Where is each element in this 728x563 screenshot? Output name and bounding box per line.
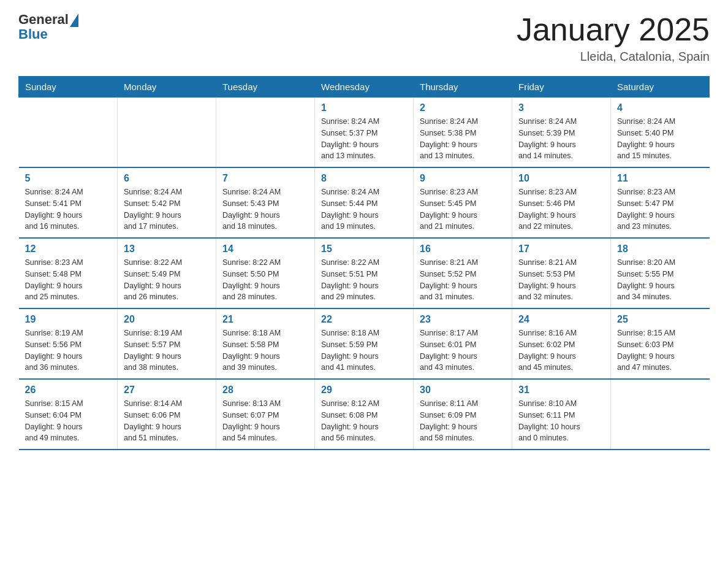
day-number: 2 [420, 102, 506, 113]
day-info: Sunrise: 8:24 AM Sunset: 5:38 PM Dayligh… [420, 116, 506, 162]
day-number: 10 [518, 173, 604, 184]
weekday-header-thursday: Thursday [414, 77, 512, 98]
day-info: Sunrise: 8:24 AM Sunset: 5:43 PM Dayligh… [222, 186, 308, 232]
logo-triangle-icon [70, 13, 78, 27]
page-header: General Blue January 2025 Lleida, Catalo… [18, 12, 710, 64]
calendar-cell: 29Sunrise: 8:12 AM Sunset: 6:08 PM Dayli… [315, 379, 414, 450]
day-info: Sunrise: 8:10 AM Sunset: 6:11 PM Dayligh… [518, 398, 604, 444]
calendar-cell [118, 98, 216, 168]
day-info: Sunrise: 8:23 AM Sunset: 5:45 PM Dayligh… [420, 186, 506, 232]
calendar-cell: 2Sunrise: 8:24 AM Sunset: 5:38 PM Daylig… [414, 98, 512, 168]
calendar-cell: 15Sunrise: 8:22 AM Sunset: 5:51 PM Dayli… [315, 238, 414, 308]
calendar-cell: 6Sunrise: 8:24 AM Sunset: 5:42 PM Daylig… [118, 167, 216, 238]
calendar-week-row: 12Sunrise: 8:23 AM Sunset: 5:48 PM Dayli… [19, 238, 710, 308]
day-info: Sunrise: 8:24 AM Sunset: 5:44 PM Dayligh… [321, 186, 407, 232]
calendar-body: 1Sunrise: 8:24 AM Sunset: 5:37 PM Daylig… [19, 98, 710, 450]
calendar-cell: 22Sunrise: 8:18 AM Sunset: 5:59 PM Dayli… [315, 308, 414, 379]
calendar-cell: 20Sunrise: 8:19 AM Sunset: 5:57 PM Dayli… [118, 308, 216, 379]
day-info: Sunrise: 8:23 AM Sunset: 5:46 PM Dayligh… [518, 186, 604, 232]
day-number: 27 [124, 385, 210, 396]
day-info: Sunrise: 8:14 AM Sunset: 6:06 PM Dayligh… [124, 398, 210, 444]
calendar-cell: 31Sunrise: 8:10 AM Sunset: 6:11 PM Dayli… [512, 379, 611, 450]
calendar-cell [611, 379, 710, 450]
calendar-header: SundayMondayTuesdayWednesdayThursdayFrid… [19, 77, 710, 98]
day-number: 17 [518, 243, 604, 255]
calendar-cell: 26Sunrise: 8:15 AM Sunset: 6:04 PM Dayli… [19, 379, 118, 450]
day-number: 23 [420, 314, 506, 325]
day-number: 11 [617, 173, 703, 184]
day-number: 9 [420, 173, 506, 184]
day-info: Sunrise: 8:24 AM Sunset: 5:41 PM Dayligh… [25, 186, 112, 232]
logo-general-text: General [18, 12, 69, 27]
day-number: 5 [25, 173, 112, 184]
day-info: Sunrise: 8:23 AM Sunset: 5:48 PM Dayligh… [25, 257, 112, 303]
calendar-cell: 25Sunrise: 8:15 AM Sunset: 6:03 PM Dayli… [611, 308, 710, 379]
day-info: Sunrise: 8:22 AM Sunset: 5:50 PM Dayligh… [222, 257, 308, 303]
calendar-cell: 12Sunrise: 8:23 AM Sunset: 5:48 PM Dayli… [19, 238, 118, 308]
calendar-week-row: 19Sunrise: 8:19 AM Sunset: 5:56 PM Dayli… [19, 308, 710, 379]
day-info: Sunrise: 8:19 AM Sunset: 5:57 PM Dayligh… [124, 327, 210, 373]
day-number: 16 [420, 243, 506, 255]
day-number: 22 [321, 314, 407, 325]
weekday-header-sunday: Sunday [19, 77, 118, 98]
weekday-header-wednesday: Wednesday [315, 77, 414, 98]
calendar-cell: 1Sunrise: 8:24 AM Sunset: 5:37 PM Daylig… [315, 98, 414, 168]
day-info: Sunrise: 8:11 AM Sunset: 6:09 PM Dayligh… [420, 398, 506, 444]
day-number: 24 [518, 314, 604, 325]
calendar-cell: 4Sunrise: 8:24 AM Sunset: 5:40 PM Daylig… [611, 98, 710, 168]
day-number: 8 [321, 173, 407, 184]
calendar-cell: 19Sunrise: 8:19 AM Sunset: 5:56 PM Dayli… [19, 308, 118, 379]
day-info: Sunrise: 8:15 AM Sunset: 6:03 PM Dayligh… [617, 327, 703, 373]
day-number: 12 [25, 243, 112, 255]
day-info: Sunrise: 8:20 AM Sunset: 5:55 PM Dayligh… [617, 257, 703, 303]
calendar-cell: 10Sunrise: 8:23 AM Sunset: 5:46 PM Dayli… [512, 167, 611, 238]
logo: General Blue [18, 12, 78, 42]
weekday-header-row: SundayMondayTuesdayWednesdayThursdayFrid… [19, 77, 710, 98]
calendar-cell: 3Sunrise: 8:24 AM Sunset: 5:39 PM Daylig… [512, 98, 611, 168]
day-info: Sunrise: 8:15 AM Sunset: 6:04 PM Dayligh… [25, 398, 112, 444]
calendar-week-row: 5Sunrise: 8:24 AM Sunset: 5:41 PM Daylig… [19, 167, 710, 238]
day-number: 7 [222, 173, 308, 184]
day-number: 13 [124, 243, 210, 255]
calendar-cell [19, 98, 118, 168]
calendar-cell: 24Sunrise: 8:16 AM Sunset: 6:02 PM Dayli… [512, 308, 611, 379]
calendar-cell [216, 98, 315, 168]
day-number: 30 [420, 385, 506, 396]
day-info: Sunrise: 8:16 AM Sunset: 6:02 PM Dayligh… [518, 327, 604, 373]
location-subtitle: Lleida, Catalonia, Spain [517, 50, 710, 64]
calendar-cell: 30Sunrise: 8:11 AM Sunset: 6:09 PM Dayli… [414, 379, 512, 450]
day-number: 29 [321, 385, 407, 396]
day-info: Sunrise: 8:18 AM Sunset: 5:59 PM Dayligh… [321, 327, 407, 373]
calendar-cell: 17Sunrise: 8:21 AM Sunset: 5:53 PM Dayli… [512, 238, 611, 308]
calendar-week-row: 26Sunrise: 8:15 AM Sunset: 6:04 PM Dayli… [19, 379, 710, 450]
day-info: Sunrise: 8:13 AM Sunset: 6:07 PM Dayligh… [222, 398, 308, 444]
calendar-cell: 13Sunrise: 8:22 AM Sunset: 5:49 PM Dayli… [118, 238, 216, 308]
calendar-week-row: 1Sunrise: 8:24 AM Sunset: 5:37 PM Daylig… [19, 98, 710, 168]
weekday-header-tuesday: Tuesday [216, 77, 315, 98]
day-number: 21 [222, 314, 308, 325]
calendar-cell: 23Sunrise: 8:17 AM Sunset: 6:01 PM Dayli… [414, 308, 512, 379]
day-info: Sunrise: 8:12 AM Sunset: 6:08 PM Dayligh… [321, 398, 407, 444]
day-number: 6 [124, 173, 210, 184]
day-info: Sunrise: 8:24 AM Sunset: 5:37 PM Dayligh… [321, 116, 407, 162]
day-info: Sunrise: 8:24 AM Sunset: 5:42 PM Dayligh… [124, 186, 210, 232]
weekday-header-friday: Friday [512, 77, 611, 98]
calendar-cell: 8Sunrise: 8:24 AM Sunset: 5:44 PM Daylig… [315, 167, 414, 238]
day-number: 28 [222, 385, 308, 396]
day-number: 19 [25, 314, 112, 325]
weekday-header-monday: Monday [118, 77, 216, 98]
calendar-cell: 18Sunrise: 8:20 AM Sunset: 5:55 PM Dayli… [611, 238, 710, 308]
day-number: 1 [321, 102, 407, 113]
calendar-cell: 14Sunrise: 8:22 AM Sunset: 5:50 PM Dayli… [216, 238, 315, 308]
calendar-cell: 11Sunrise: 8:23 AM Sunset: 5:47 PM Dayli… [611, 167, 710, 238]
day-info: Sunrise: 8:17 AM Sunset: 6:01 PM Dayligh… [420, 327, 506, 373]
day-info: Sunrise: 8:18 AM Sunset: 5:58 PM Dayligh… [222, 327, 308, 373]
calendar-cell: 28Sunrise: 8:13 AM Sunset: 6:07 PM Dayli… [216, 379, 315, 450]
main-title: January 2025 [517, 12, 710, 47]
day-info: Sunrise: 8:24 AM Sunset: 5:40 PM Dayligh… [617, 116, 703, 162]
day-info: Sunrise: 8:24 AM Sunset: 5:39 PM Dayligh… [518, 116, 604, 162]
calendar-cell: 9Sunrise: 8:23 AM Sunset: 5:45 PM Daylig… [414, 167, 512, 238]
day-number: 14 [222, 243, 308, 255]
day-info: Sunrise: 8:19 AM Sunset: 5:56 PM Dayligh… [25, 327, 112, 373]
day-info: Sunrise: 8:22 AM Sunset: 5:49 PM Dayligh… [124, 257, 210, 303]
